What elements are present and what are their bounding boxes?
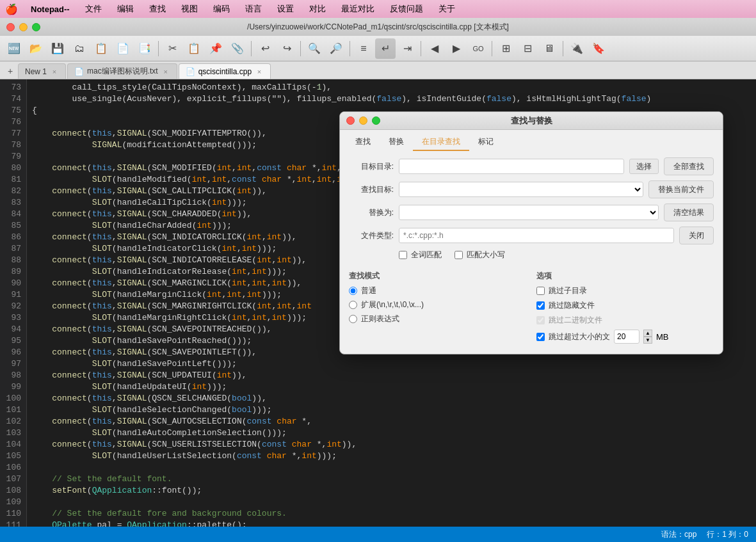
- toolbar-save-all[interactable]: 🗂: [69, 38, 90, 59]
- target-label: 目标目录:: [349, 161, 394, 172]
- toolbar-btn7[interactable]: 📑: [134, 38, 155, 59]
- line-number: 99: [3, 381, 21, 393]
- large-size-input[interactable]: 20: [614, 330, 639, 344]
- tab-qscisc[interactable]: 📄 qsciscintilla.cpp ×: [179, 63, 271, 79]
- line-number: 109: [3, 497, 21, 508]
- dialog-tab-dir-find[interactable]: 在目录查找: [413, 134, 469, 151]
- filetype-input[interactable]: [399, 228, 674, 243]
- case-sensitive-checkbox[interactable]: [454, 251, 463, 259]
- menu-feedback[interactable]: 反馈问题: [387, 2, 426, 16]
- menu-file[interactable]: 文件: [83, 2, 104, 16]
- dialog-tab-mark[interactable]: 标记: [469, 134, 503, 151]
- apple-logo: 🍎: [5, 3, 18, 15]
- tab-mac-close[interactable]: ×: [161, 67, 170, 76]
- filetype-label: 文件类型:: [349, 230, 394, 241]
- dialog-close-btn[interactable]: [346, 116, 355, 125]
- whole-word-checkbox[interactable]: [399, 251, 407, 259]
- spin-down[interactable]: ▼: [643, 337, 652, 344]
- target-dir-input[interactable]: [399, 159, 624, 174]
- skip-subdir-checkbox[interactable]: [536, 287, 545, 295]
- toolbar-replace[interactable]: 🔎: [326, 38, 346, 59]
- toolbar-split[interactable]: ⊟: [517, 38, 538, 59]
- mode-regex-row: 正则表达式: [349, 314, 526, 324]
- toolbar-sep5: [421, 41, 421, 56]
- toolbar-paste[interactable]: 📌: [205, 38, 226, 59]
- dialog-tab-find[interactable]: 查找: [346, 134, 380, 151]
- toolbar-format[interactable]: ≡: [353, 38, 374, 59]
- toolbar-save[interactable]: 💾: [47, 38, 68, 59]
- editor-area[interactable]: 7374757677787980818283848586878889909192…: [0, 79, 756, 527]
- toolbar-prev[interactable]: ◀: [424, 38, 445, 59]
- close-button[interactable]: [6, 23, 15, 31]
- tab-mac[interactable]: 📄 mac编译图标说明.txt ×: [67, 63, 177, 79]
- size-spinner: ▲ ▼: [643, 330, 652, 344]
- dialog-min-btn[interactable]: [359, 116, 367, 125]
- toolbar-new[interactable]: 🆕: [4, 38, 24, 59]
- skip-subdir-label: 跳过子目录: [549, 285, 587, 296]
- menu-recent-compare[interactable]: 最近对比: [339, 2, 377, 16]
- close-button[interactable]: 关闭: [679, 227, 714, 244]
- menu-language[interactable]: 语言: [243, 2, 264, 16]
- dialog-body: 目标目录: 全部查找 选择 全部查找 查找目标: 替换当前文件 替换为: 清空结…: [340, 151, 723, 354]
- menu-edit[interactable]: 编辑: [115, 2, 136, 16]
- toolbar-next[interactable]: ▶: [446, 38, 467, 59]
- toolbar-find[interactable]: 🔍: [304, 38, 325, 59]
- toolbar-nav[interactable]: GO: [468, 38, 488, 59]
- line-number: 90: [3, 278, 21, 289]
- clear-button[interactable]: 清空结果: [664, 203, 714, 221]
- app-name[interactable]: Notepad--: [28, 3, 72, 15]
- skip-subdir-row: 跳过子目录: [536, 285, 714, 296]
- mode-expand-radio[interactable]: [349, 301, 357, 309]
- spin-up[interactable]: ▲: [643, 330, 652, 337]
- menu-view[interactable]: 视图: [179, 2, 200, 16]
- mode-regex-radio[interactable]: [349, 315, 357, 323]
- skip-hidden-checkbox[interactable]: [536, 301, 545, 310]
- menu-search[interactable]: 查找: [147, 2, 168, 16]
- replace-file-button[interactable]: 替换当前文件: [648, 180, 714, 198]
- tab-new1[interactable]: New 1 ×: [18, 63, 66, 79]
- maximize-button[interactable]: [32, 23, 40, 31]
- dialog-max-btn[interactable]: [372, 116, 380, 125]
- dialog-tab-replace[interactable]: 替换: [380, 134, 413, 151]
- toolbar-grid[interactable]: ⊞: [495, 38, 516, 59]
- toolbar-copy[interactable]: 📋: [184, 38, 204, 59]
- toolbar-undo[interactable]: ↩: [255, 38, 275, 59]
- find-input[interactable]: [399, 182, 643, 197]
- toolbar-bookmark[interactable]: 🔖: [588, 38, 609, 59]
- search-mode-title: 查找模式: [349, 271, 526, 282]
- toolbar-open[interactable]: 📂: [26, 38, 46, 59]
- menu-compare[interactable]: 对比: [307, 2, 328, 16]
- new-tab-button[interactable]: +: [3, 63, 18, 79]
- line-number: 110: [3, 508, 21, 520]
- menu-about[interactable]: 关于: [436, 2, 458, 16]
- whole-word-row: 全词匹配: [399, 250, 442, 260]
- line-number: 104: [3, 439, 21, 450]
- whole-word-label: 全词匹配: [411, 250, 442, 260]
- replace-row: 替换为: 清空结果: [349, 203, 714, 221]
- menu-encoding[interactable]: 编码: [211, 2, 232, 16]
- toolbar-btn6[interactable]: 📄: [113, 38, 133, 59]
- skip-binary-checkbox[interactable]: [536, 316, 545, 324]
- mode-regex-label: 正则表达式: [361, 314, 399, 324]
- line-number: 85: [3, 220, 21, 232]
- mode-normal-radio[interactable]: [349, 287, 357, 295]
- toolbar-redo[interactable]: ↪: [277, 38, 297, 59]
- tab-qscisc-close[interactable]: ×: [255, 67, 264, 76]
- minimize-button[interactable]: [19, 23, 28, 31]
- toolbar-sep7: [563, 41, 563, 56]
- tab-new1-close[interactable]: ×: [50, 67, 59, 76]
- toolbar-plugin[interactable]: 🔌: [567, 38, 587, 59]
- toolbar-cut[interactable]: ✂: [162, 38, 182, 59]
- toolbar-btn11[interactable]: 📎: [227, 38, 248, 59]
- toolbar-wrap[interactable]: ↵: [375, 38, 396, 59]
- browse-button[interactable]: 选择: [629, 159, 659, 174]
- menu-settings[interactable]: 设置: [275, 2, 296, 16]
- skip-large-checkbox[interactable]: [536, 333, 545, 341]
- line-number: 88: [3, 255, 21, 266]
- toolbar-btn5[interactable]: 📋: [91, 38, 111, 59]
- find-replace-dialog[interactable]: 查找与替换 查找 替换 在目录查找 标记 目标目录: 全部查找 选择 全部查找: [339, 111, 723, 355]
- toolbar-btn19[interactable]: ⇥: [397, 38, 417, 59]
- find-all-button[interactable]: 全部查找: [664, 157, 714, 175]
- toolbar-monitor[interactable]: 🖥: [539, 38, 559, 59]
- replace-input[interactable]: [399, 205, 659, 220]
